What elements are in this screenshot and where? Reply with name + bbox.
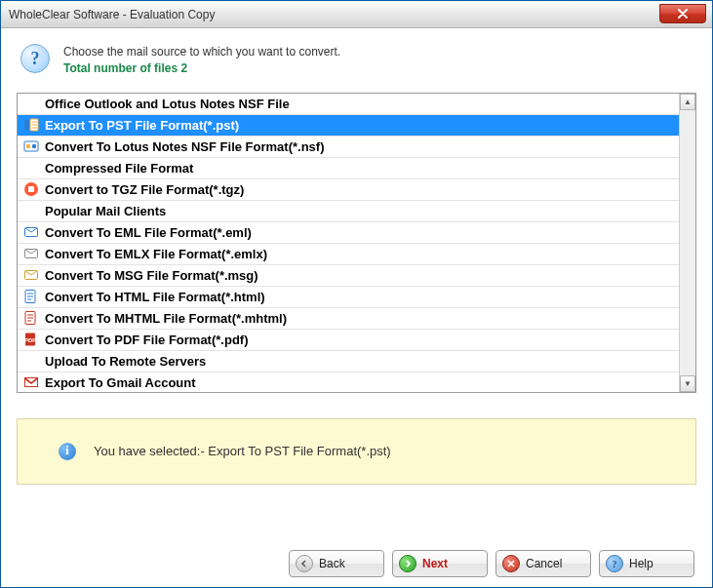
- close-button[interactable]: [659, 4, 706, 23]
- format-option-nsf[interactable]: Convert To Lotus Notes NSF File Format(*…: [18, 137, 679, 158]
- next-label: Next: [422, 557, 448, 570]
- format-option-label: Convert To Lotus Notes NSF File Format(*…: [45, 139, 325, 154]
- file-count-line: Total number of files 2: [63, 60, 340, 77]
- outlook-pst-icon: [23, 117, 39, 133]
- title-bar: WholeClear Software - Evaluation Copy: [1, 1, 712, 28]
- cancel-icon: [502, 555, 520, 572]
- msg-icon: [23, 267, 39, 283]
- svg-point-4: [32, 144, 36, 148]
- file-count-prefix: Total number of files: [63, 61, 180, 75]
- list-group-title: Popular Mail Clients: [45, 204, 166, 218]
- format-option-label: Convert To MSG File Format(*.msg): [45, 268, 258, 283]
- format-option-label: Convert To EMLX File Format(*.emlx): [45, 247, 267, 261]
- close-icon: [678, 9, 688, 19]
- selection-value: Export To PST File Format(*.pst): [208, 444, 390, 458]
- format-option-msg[interactable]: Convert To MSG File Format(*.msg): [18, 265, 679, 287]
- lotus-nsf-icon: [23, 138, 39, 154]
- help-icon: ?: [606, 555, 623, 572]
- selection-info-text: You have selected:- Export To PST File F…: [94, 444, 391, 458]
- cancel-button[interactable]: Cancel: [495, 550, 591, 577]
- list-group-header: Popular Mail Clients: [18, 201, 679, 222]
- list-group-title: Compressed File Format: [45, 161, 193, 176]
- help-button[interactable]: ? Help: [599, 550, 694, 577]
- instruction-header: ? Choose the mail source to which you wa…: [17, 44, 696, 77]
- eml-icon: [23, 224, 39, 240]
- emlx-icon: [23, 246, 39, 261]
- format-option-label: Convert to TGZ File Format(*.tgz): [45, 182, 244, 197]
- help-label: Help: [629, 557, 654, 570]
- back-label: Back: [319, 557, 345, 570]
- wizard-button-bar: Back Next Cancel ? Help: [289, 550, 694, 577]
- back-button[interactable]: Back: [289, 550, 384, 577]
- format-list: Office Outlook and Lotus Notes NSF FileE…: [18, 94, 679, 392]
- scroll-down-button[interactable]: ▼: [680, 375, 695, 392]
- next-button[interactable]: Next: [392, 550, 488, 577]
- list-group-header: Compressed File Format: [18, 158, 679, 179]
- format-option-label: Export To PST File Format(*.pst): [45, 118, 239, 133]
- html-icon: [23, 289, 39, 304]
- selection-prefix: You have selected:-: [94, 444, 208, 458]
- list-group-header: Upload To Remote Servers: [18, 351, 679, 372]
- arrow-left-icon: [296, 555, 313, 572]
- format-option-label: Convert To EML File Format(*.eml): [45, 225, 252, 240]
- instruction-text: Choose the mail source to which you want…: [63, 44, 340, 77]
- list-group-header: Office Outlook and Lotus Notes NSF File: [18, 94, 679, 115]
- tgz-icon: [23, 181, 39, 197]
- scroll-up-button[interactable]: ▲: [680, 94, 695, 110]
- format-list-panel: Office Outlook and Lotus Notes NSF FileE…: [17, 93, 696, 393]
- format-option-pdf[interactable]: PDFConvert To PDF File Format(*.pdf): [18, 330, 679, 351]
- format-option-mhtml[interactable]: Convert To MHTML File Format(*.mhtml): [18, 308, 679, 330]
- arrow-right-icon: [399, 555, 416, 572]
- gmail-icon: [23, 374, 39, 390]
- pdf-icon: PDF: [23, 332, 39, 347]
- format-option-label: Convert To MHTML File Format(*.mhtml): [45, 311, 287, 326]
- scroll-track[interactable]: [680, 110, 695, 375]
- svg-point-3: [26, 144, 30, 148]
- format-option-tgz[interactable]: Convert to TGZ File Format(*.tgz): [18, 179, 679, 201]
- file-count-value: 2: [180, 61, 187, 75]
- format-option-gmail[interactable]: Export To Gmail Account: [18, 372, 679, 392]
- window-title: WholeClear Software - Evaluation Copy: [9, 8, 215, 21]
- format-option-label: Convert To PDF File Format(*.pdf): [45, 333, 248, 347]
- format-option-emlx[interactable]: Convert To EMLX File Format(*.emlx): [18, 244, 679, 265]
- content-area: ? Choose the mail source to which you wa…: [1, 28, 712, 485]
- instruction-prompt: Choose the mail source to which you want…: [63, 44, 340, 60]
- app-window: WholeClear Software - Evaluation Copy ? …: [0, 0, 713, 588]
- format-option-label: Convert To HTML File Format(*.html): [45, 290, 265, 304]
- list-group-title: Upload To Remote Servers: [45, 354, 206, 369]
- svg-text:PDF: PDF: [24, 337, 36, 343]
- format-option-pst[interactable]: Export To PST File Format(*.pst): [18, 115, 679, 137]
- format-option-label: Export To Gmail Account: [45, 375, 196, 390]
- vertical-scrollbar[interactable]: ▲ ▼: [679, 94, 695, 392]
- format-option-html[interactable]: Convert To HTML File Format(*.html): [18, 287, 679, 308]
- mhtml-icon: [23, 310, 39, 326]
- cancel-label: Cancel: [526, 557, 562, 570]
- svg-rect-6: [28, 186, 34, 192]
- list-group-title: Office Outlook and Lotus Notes NSF File: [45, 97, 290, 111]
- selection-info-panel: i You have selected:- Export To PST File…: [17, 418, 696, 485]
- format-option-eml[interactable]: Convert To EML File Format(*.eml): [18, 222, 679, 244]
- info-icon: i: [59, 443, 76, 460]
- question-icon: ?: [20, 44, 50, 73]
